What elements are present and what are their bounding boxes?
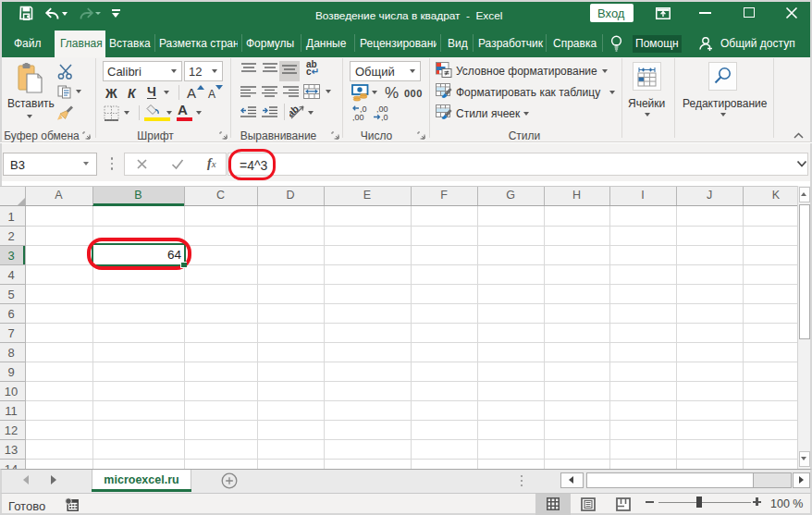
svg-text:,0: ,0 <box>381 113 388 122</box>
svg-text:ab: ab <box>289 104 301 119</box>
svg-text:,00: ,00 <box>352 113 364 122</box>
